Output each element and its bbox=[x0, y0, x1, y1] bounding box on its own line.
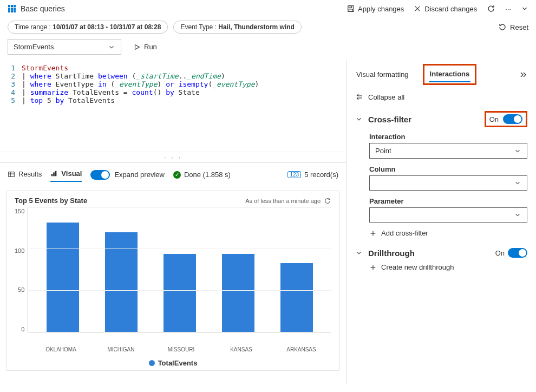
svg-rect-14 bbox=[9, 172, 15, 177]
results-tab[interactable]: Results bbox=[8, 168, 42, 181]
check-icon: ✓ bbox=[173, 171, 181, 179]
add-cross-filter-label: Add cross-filter bbox=[381, 229, 428, 237]
svg-rect-6 bbox=[8, 10, 10, 12]
ellipsis-icon: ··· bbox=[505, 5, 511, 13]
interactions-highlight: Interactions bbox=[423, 64, 477, 85]
interaction-select[interactable]: Point bbox=[369, 143, 527, 159]
chevron-double-right-icon bbox=[519, 70, 527, 79]
chart-plot[interactable] bbox=[28, 208, 331, 332]
chart-bar[interactable] bbox=[95, 232, 148, 332]
interaction-label: Interaction bbox=[369, 133, 527, 141]
expand-label: Expand preview bbox=[114, 171, 165, 179]
svg-rect-8 bbox=[14, 10, 16, 12]
svg-rect-0 bbox=[8, 5, 10, 7]
collapse-pane-button[interactable] bbox=[519, 70, 527, 79]
event-type-value: Hail, Thunderstorm wind bbox=[218, 23, 295, 31]
refresh-button[interactable] bbox=[487, 4, 495, 13]
event-type-filter[interactable]: Event Type : Hail, Thunderstorm wind bbox=[173, 21, 302, 34]
refresh-icon[interactable] bbox=[324, 197, 331, 205]
column-select[interactable] bbox=[369, 175, 527, 191]
create-drillthrough-button[interactable]: Create new drillthrough bbox=[369, 263, 527, 271]
time-range-value: 10/01/07 at 08:13 - 10/31/07 at 08:28 bbox=[53, 23, 161, 31]
plus-icon bbox=[369, 264, 377, 271]
svg-rect-3 bbox=[8, 8, 10, 10]
cross-filter-toggle-highlight: On bbox=[485, 111, 527, 127]
chevron-down-button[interactable] bbox=[521, 5, 528, 12]
collapse-icon bbox=[355, 93, 364, 101]
query-editor[interactable]: 1StormEvents2| where StartTime between (… bbox=[0, 60, 346, 152]
done-label: Done (1.858 s) bbox=[184, 171, 231, 179]
svg-rect-4 bbox=[11, 8, 13, 10]
records-icon: 123 bbox=[287, 171, 301, 178]
apply-label: Apply changes bbox=[358, 5, 404, 13]
visual-tab[interactable]: Visual bbox=[50, 167, 82, 182]
on-label: On bbox=[489, 115, 499, 123]
legend-dot bbox=[149, 360, 155, 366]
apply-changes-button[interactable]: Apply changes bbox=[347, 5, 404, 13]
column-label: Column bbox=[369, 165, 527, 173]
parameter-select[interactable] bbox=[369, 207, 527, 223]
add-cross-filter-button[interactable]: Add cross-filter bbox=[369, 229, 527, 237]
play-icon bbox=[133, 43, 141, 51]
chart-card: Top 5 Events by State As of less than a … bbox=[6, 191, 339, 371]
cross-filter-toggle[interactable] bbox=[503, 114, 522, 124]
chart-title: Top 5 Events by State bbox=[15, 197, 87, 205]
svg-rect-7 bbox=[11, 10, 13, 12]
resize-handle[interactable]: · · · bbox=[0, 152, 346, 162]
reset-icon bbox=[498, 23, 507, 31]
more-button[interactable]: ··· bbox=[505, 5, 511, 13]
chevron-down-icon[interactable] bbox=[355, 115, 363, 123]
discard-label: Discard changes bbox=[424, 5, 477, 13]
refresh-icon bbox=[487, 4, 495, 13]
collapse-all-label: Collapse all bbox=[368, 93, 404, 101]
svg-rect-19 bbox=[55, 171, 57, 176]
discard-changes-button[interactable]: Discard changes bbox=[414, 5, 477, 13]
chart-bar[interactable] bbox=[37, 223, 89, 332]
svg-rect-5 bbox=[14, 8, 16, 10]
interactions-tab[interactable]: Interactions bbox=[429, 67, 471, 82]
reset-button[interactable]: Reset bbox=[498, 23, 528, 31]
time-range-label: Time range : bbox=[15, 23, 53, 31]
drillthrough-heading: Drillthrough bbox=[368, 249, 415, 258]
grid-icon bbox=[8, 4, 16, 13]
chevron-down-icon bbox=[514, 179, 521, 187]
chevron-down-icon bbox=[521, 5, 528, 12]
results-label: Results bbox=[18, 170, 42, 178]
chart-icon bbox=[50, 170, 58, 178]
plus-icon bbox=[369, 230, 377, 237]
chart-timestamp: As of less than a minute ago bbox=[245, 198, 321, 204]
chevron-down-icon bbox=[108, 43, 115, 51]
collapse-all-button[interactable]: Collapse all bbox=[355, 93, 527, 101]
chart-bar[interactable] bbox=[154, 254, 206, 332]
event-type-label: Event Type : bbox=[180, 23, 218, 31]
reset-label: Reset bbox=[510, 23, 528, 31]
create-drillthrough-label: Create new drillthrough bbox=[381, 263, 454, 271]
svg-rect-17 bbox=[51, 174, 53, 176]
chart-bar[interactable] bbox=[270, 263, 323, 332]
chart-y-axis: 150100500 bbox=[15, 208, 28, 332]
interaction-value: Point bbox=[375, 147, 391, 155]
records-label: 5 record(s) bbox=[304, 171, 338, 179]
visual-label: Visual bbox=[61, 169, 82, 178]
parameter-label: Parameter bbox=[369, 197, 527, 205]
table-icon bbox=[8, 171, 15, 178]
visual-formatting-tab[interactable]: Visual formatting bbox=[355, 67, 410, 82]
source-select[interactable]: StormEvents bbox=[8, 39, 121, 55]
legend-label: TotalEvents bbox=[158, 359, 198, 367]
svg-rect-18 bbox=[54, 172, 55, 176]
close-icon bbox=[414, 5, 421, 12]
chart-x-axis: OKLAHOMAMICHIGANMISSOURIKANSASARKANSAS bbox=[15, 347, 331, 352]
drillthrough-toggle[interactable] bbox=[508, 248, 527, 258]
chart-bar[interactable] bbox=[212, 254, 265, 332]
run-button[interactable]: Run bbox=[128, 39, 162, 55]
save-icon bbox=[347, 5, 355, 12]
svg-rect-2 bbox=[14, 5, 16, 7]
time-range-filter[interactable]: Time range : 10/01/07 at 08:13 - 10/31/0… bbox=[8, 21, 168, 34]
svg-rect-11 bbox=[349, 9, 353, 11]
expand-preview-toggle[interactable] bbox=[90, 170, 110, 180]
run-label: Run bbox=[144, 43, 157, 51]
chevron-down-icon[interactable] bbox=[355, 249, 363, 257]
svg-rect-1 bbox=[11, 5, 13, 7]
page-title: Base queries bbox=[21, 4, 65, 13]
source-value: StormEvents bbox=[14, 43, 54, 51]
